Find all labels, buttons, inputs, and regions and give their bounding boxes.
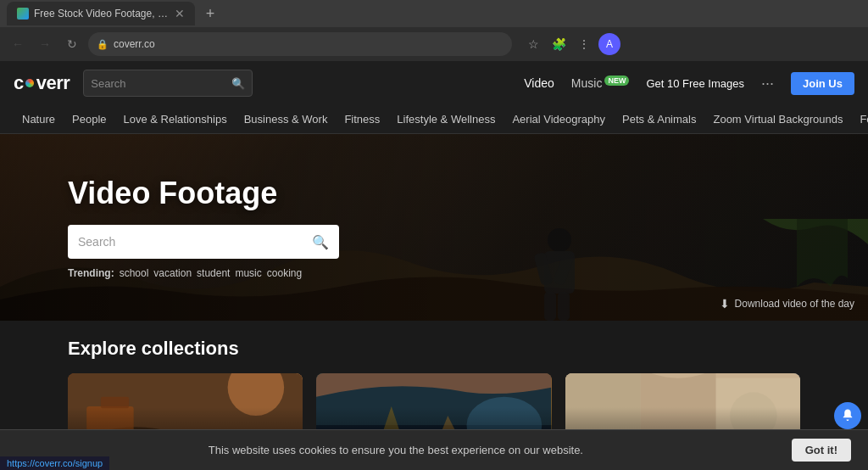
category-love[interactable]: Love & Relationships [115,105,236,134]
notification-button[interactable] [834,402,861,429]
logo-dot [25,79,34,87]
browser-chrome: Free Stock Video Footage, Ri... ✕ + ← → … [0,0,868,61]
collections-title: Explore collections [68,338,800,360]
nav-free-images[interactable]: Get 10 Free Images [646,77,744,90]
trending-label: Trending: [68,267,114,279]
hero-search-input[interactable] [78,235,305,249]
category-fitness[interactable]: Fitness [336,105,388,134]
forward-button[interactable]: → [34,33,56,55]
cookie-accept-button[interactable]: Got it! [792,439,851,462]
category-food[interactable]: Food & Drink [851,105,868,134]
category-pets[interactable]: Pets & Animals [614,105,704,134]
download-label: Download video of the day [735,298,854,310]
category-aerial[interactable]: Aerial Videography [504,105,614,134]
address-text: coverr.co [114,38,155,50]
status-bar: https://coverr.co/signup [0,456,109,470]
trending-cooking[interactable]: cooking [267,267,302,279]
more-icon[interactable]: ⋮ [573,33,595,55]
browser-right-icons: ☆ 🧩 ⋮ A [522,33,620,55]
browser-tabs: Free Stock Video Footage, Ri... ✕ + [0,0,868,27]
download-icon: ⬇ [720,297,730,311]
browser-tab-active[interactable]: Free Stock Video Footage, Ri... ✕ [7,2,195,25]
category-nature[interactable]: Nature [14,105,64,134]
hero-title: Video Footage [68,176,800,211]
cookie-message: This website uses cookies to ensure you … [17,444,775,456]
header-search-icon: 🔍 [231,77,245,90]
new-tab-button[interactable]: + [198,2,222,25]
site-wrapper: cverr 🔍 Video MusicNEW Get 10 Free Image… [0,61,868,470]
hero-search-icon: 🔍 [312,234,329,250]
header-search-input[interactable] [91,77,226,90]
nav-video[interactable]: Video [524,76,554,90]
category-people[interactable]: People [64,105,114,134]
trending-section: Trending: school vacation student music … [68,267,800,279]
category-nav: Nature People Love & Relationships Busin… [0,105,868,134]
status-url: https://coverr.co/signup [7,458,103,468]
trending-music[interactable]: music [235,267,261,279]
hero-download-button[interactable]: ⬇ Download video of the day [720,297,854,311]
nav-music[interactable]: MusicNEW [571,76,630,90]
join-button[interactable]: Join Us [791,72,854,95]
hero-search-bar[interactable]: 🔍 [68,225,339,259]
tab-close-button[interactable]: ✕ [175,7,185,20]
nav-music-label: Music [571,76,603,90]
hero-section: Video Footage 🔍 Trending: school vacatio… [0,134,868,321]
logo-c: c [14,72,24,94]
back-button[interactable]: ← [7,33,29,55]
music-new-badge: NEW [604,76,629,86]
category-business[interactable]: Business & Work [236,105,337,134]
header-search-bar[interactable]: 🔍 [83,70,253,97]
trending-vacation[interactable]: vacation [153,267,192,279]
address-bar[interactable]: 🔒 coverr.co [88,32,512,56]
browser-controls: ← → ↻ 🔒 coverr.co ☆ 🧩 ⋮ A [0,27,868,61]
profile-avatar[interactable]: A [598,33,620,55]
site-logo[interactable]: cverr [14,72,70,94]
site-header: cverr 🔍 Video MusicNEW Get 10 Free Image… [0,61,868,105]
tab-title: Free Stock Video Footage, Ri... [34,8,170,20]
trending-school[interactable]: school [120,267,149,279]
cookie-banner: This website uses cookies to ensure you … [0,429,868,470]
bookmark-icon[interactable]: ☆ [522,33,544,55]
header-nav: Video MusicNEW Get 10 Free Images ··· Jo… [524,72,854,95]
category-lifestyle[interactable]: Lifestyle & Wellness [388,105,504,134]
logo-rest: verr [36,72,70,94]
lock-icon: 🔒 [97,39,108,50]
extensions-icon[interactable]: 🧩 [548,33,570,55]
hero-content: Video Footage 🔍 Trending: school vacatio… [0,134,868,321]
refresh-button[interactable]: ↻ [61,33,83,55]
trending-student[interactable]: student [197,267,230,279]
tab-favicon [17,8,29,20]
category-zoom[interactable]: Zoom Virtual Backgrounds [704,105,851,134]
nav-more[interactable]: ··· [761,75,774,92]
